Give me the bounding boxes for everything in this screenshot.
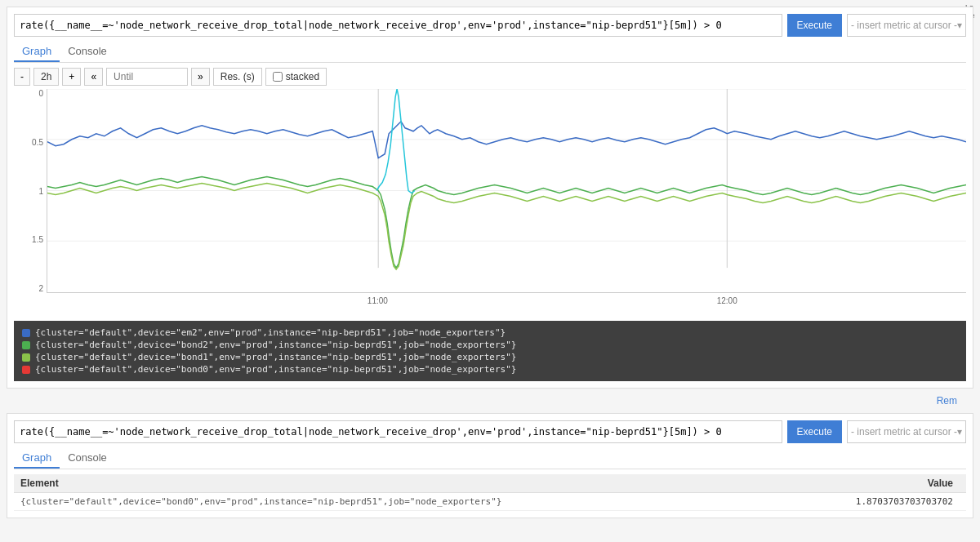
panel-2: Execute - insert metric at cursor - ▾ Gr… [7, 413, 973, 518]
y-axis-1: 2 1.5 1 0.5 0 [14, 89, 47, 293]
tabs-2: Graph Console [14, 448, 966, 469]
legend-dot-4 [22, 366, 30, 374]
table-cell-element: {cluster="default",device="bond0",env="p… [20, 496, 813, 507]
legend-item-3: {cluster="default",device="bond1",env="p… [22, 352, 958, 362]
chart-svg-1 [47, 89, 966, 292]
tab-graph-1[interactable]: Graph [14, 42, 60, 62]
legend-dot-3 [22, 353, 30, 362]
zoom-in-button-1[interactable]: + [62, 68, 81, 86]
forward-button-1[interactable]: » [191, 68, 210, 86]
until-input-1[interactable] [106, 68, 188, 86]
stacked-toggle-1[interactable]: stacked [265, 68, 327, 86]
query-input-2[interactable] [14, 420, 782, 443]
metric-selector-1[interactable]: - insert metric at cursor - ▾ [847, 14, 966, 37]
x-axis-1: 11:00 12:00 [47, 293, 966, 318]
legend-dot-1 [22, 329, 30, 337]
query-bar-1: Execute - insert metric at cursor - ▾ [14, 14, 966, 37]
graph-controls-1: - 2h + « » Res. (s) stacked [14, 68, 966, 86]
x-label-12: 12:00 [717, 296, 737, 305]
table-row: {cluster="default",device="bond0",env="p… [14, 493, 966, 511]
metric-placeholder-1: - insert metric at cursor - [851, 20, 957, 31]
chart-area-1 [47, 89, 966, 293]
legend-text-1: {cluster="default",device="em2",env="pro… [35, 327, 506, 338]
dropdown-arrow-icon[interactable]: ▾ [957, 20, 962, 31]
y-label-0: 0 [14, 89, 47, 98]
rem-link[interactable]: Rem [0, 395, 957, 406]
panel-1: Execute - insert metric at cursor - ▾ Gr… [7, 7, 973, 389]
legend-item-2: {cluster="default",device="bond2",env="p… [22, 340, 958, 350]
table-section: Element Value {cluster="default",device=… [14, 474, 966, 511]
y-label-2: 2 [14, 284, 47, 293]
legend-text-4: {cluster="default",device="bond0",env="p… [35, 364, 516, 375]
stacked-checkbox-1[interactable] [273, 72, 283, 82]
dropdown-arrow-icon-2[interactable]: ▾ [957, 426, 962, 438]
tab-graph-2[interactable]: Graph [14, 448, 60, 469]
legend-dot-2 [22, 341, 30, 349]
metric-selector-2[interactable]: - insert metric at cursor - ▾ [847, 420, 966, 443]
back-button-1[interactable]: « [84, 68, 103, 86]
execute-button-1[interactable]: Execute [787, 14, 842, 37]
table-header: Element Value [14, 474, 966, 493]
legend-item-4: {cluster="default",device="bond0",env="p… [22, 364, 958, 375]
table-cell-value: 1.8703703703703702 [813, 496, 960, 507]
tab-console-1[interactable]: Console [60, 42, 115, 62]
y-label-0_5: 0.5 [14, 138, 47, 147]
y-label-1: 1 [14, 187, 47, 196]
y-label-1_5: 1.5 [14, 235, 47, 244]
x-label-11: 11:00 [368, 296, 388, 305]
legend-item-1: {cluster="default",device="em2",env="pro… [22, 327, 958, 338]
col-header-value: Value [813, 478, 960, 489]
execute-button-2[interactable]: Execute [787, 420, 842, 443]
tab-console-2[interactable]: Console [60, 448, 115, 469]
stacked-label-1: stacked [286, 71, 319, 82]
legend-text-2: {cluster="default",device="bond2",env="p… [35, 340, 516, 350]
legend-text-3: {cluster="default",device="bond1",env="p… [35, 352, 516, 362]
metric-placeholder-2: - insert metric at cursor - [851, 426, 957, 438]
query-input-1[interactable] [14, 14, 782, 37]
res-label-1: Res. (s) [213, 68, 262, 86]
chart-container-1: 2 1.5 1 0.5 0 [14, 89, 966, 318]
time-range-1: 2h [33, 68, 59, 86]
query-bar-2: Execute - insert metric at cursor - ▾ [14, 420, 966, 443]
tabs-1: Graph Console [14, 42, 966, 63]
col-header-element: Element [20, 478, 813, 489]
legend-box-1: {cluster="default",device="em2",env="pro… [14, 321, 966, 381]
zoom-out-button-1[interactable]: - [14, 68, 30, 86]
